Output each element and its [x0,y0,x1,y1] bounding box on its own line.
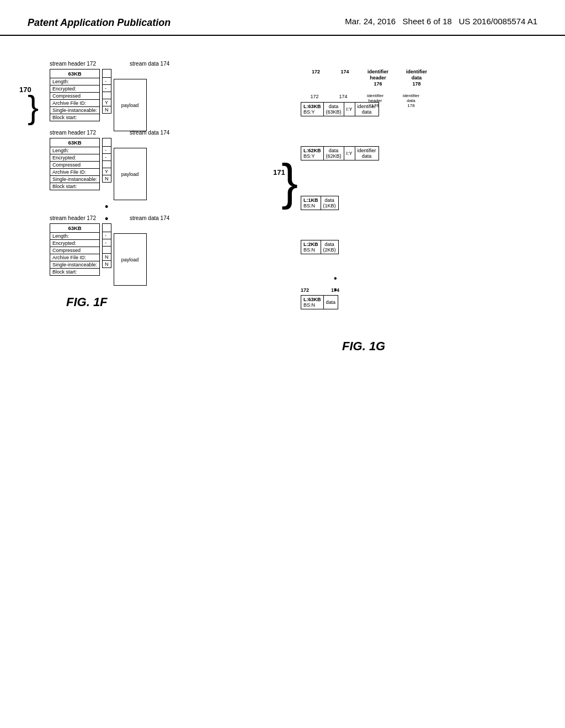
col-headers: 172 174 identifierheader176 identifierda… [301,69,436,87]
payload-block-2: payload [114,148,147,200]
stream-diagram-1: stream header 172 stream data 174 63KB L… [50,69,147,131]
main-content: 170 } stream header 172 stream data 174 … [0,36,565,709]
stream-header-values-3: - - N N [102,223,111,268]
stream-data-label-3: stream data 174 [130,215,169,221]
stream-header-label-1: stream header 172 [50,61,96,67]
stream-header-values-1: - - Y N [102,69,111,114]
stream-diagram-3: stream header 172 stream data 174 63KB L… [50,223,147,286]
payload-block-1: payload [114,79,147,131]
stream-table-row3: L:1KB BS:N data (1KB) [301,196,339,210]
header-sheet: Sheet 6 of 18 [403,17,452,26]
stream-data-label-2: stream data 174 [130,130,169,136]
fig1f-label: FIG. 1F [66,295,108,309]
payload-block-3: payload [114,233,147,286]
stream-table-row4: L:2KB BS:N data (2KB) [301,240,339,254]
row-4: L:2KB BS:N data (2KB) [301,240,339,254]
stream-header-label-3: stream header 172 [50,215,96,221]
row-2: L:62KB BS:Y data (62KB) I:Y identifierda… [301,146,379,160]
stream-header-values-2: - - Y N [102,138,111,183]
publication-title: Patent Application Publication [28,17,170,29]
row-5: 172 174 L:63KB BS:N data [301,295,338,309]
stream-header-table-3: 63KB Length: Encrypted: Compressed Archi… [50,223,100,276]
stream-header-label-2: stream header 172 [50,130,96,136]
header-info: Mar. 24, 2016 Sheet 6 of 18 US 2016/0085… [345,17,537,26]
row-3: L:1KB BS:N data (1KB) [301,196,339,210]
header-date: Mar. 24, 2016 [345,17,396,26]
fig1g-label: FIG. 1G [342,339,385,354]
brace-symbol: } [28,91,39,124]
header-patent: US 2016/0085574 A1 [459,17,537,26]
stream-data-label-1: stream data 174 [130,61,169,67]
stream-header-table-2: 63KB Length: Encrypted: Compressed Archi… [50,138,100,190]
row-1: 172 174 identifierheader176 identifierda… [301,102,379,116]
dots-1f: •• [105,201,108,225]
stream-table-row5: L:63KB BS:N data [301,295,338,309]
stream-diagram-2: stream header 172 stream data 174 63KB L… [50,138,147,200]
stream-table-row2: L:62KB BS:Y data (62KB) I:Y identifierda… [301,146,379,160]
page-header: Patent Application Publication Mar. 24, … [0,0,565,36]
stream-header-table-1: 63KB Length: Encrypted: Compressed Archi… [50,69,100,121]
brace-symbol-1g: } [281,160,298,205]
